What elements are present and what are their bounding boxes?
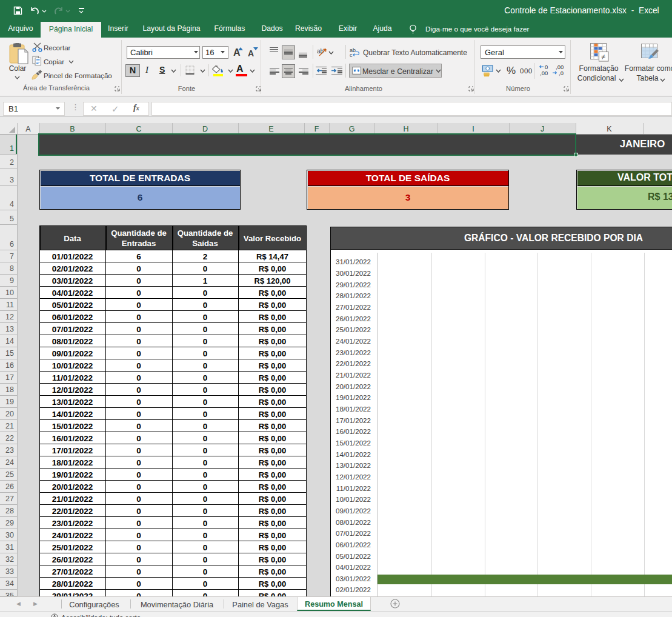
svg-text:c: c bbox=[350, 52, 353, 57]
svg-text:ab: ab bbox=[317, 48, 324, 55]
svg-text:≠: ≠ bbox=[602, 53, 606, 61]
